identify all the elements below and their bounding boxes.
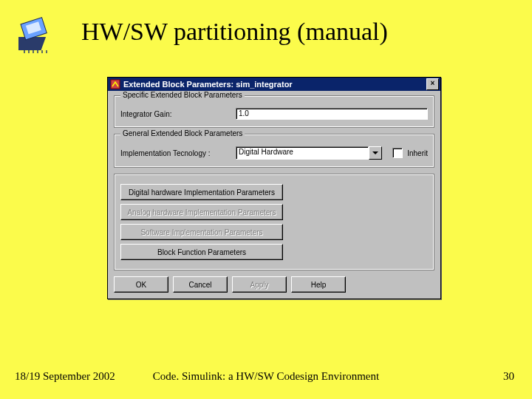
param-buttons-group: Digital hardware Implementation Paramete… bbox=[114, 174, 434, 270]
dropdown-button[interactable] bbox=[369, 146, 382, 160]
titlebar[interactable]: Extended Block Parameters: sim_integrato… bbox=[108, 78, 440, 91]
tech-dropdown[interactable]: Digital Hardware bbox=[236, 146, 382, 160]
svg-rect-0 bbox=[18, 37, 46, 50]
group-general: General Extended Block Parameters Implem… bbox=[114, 134, 434, 168]
group-specific-legend: Specific Extended Block Parameters bbox=[120, 91, 245, 99]
slide: HW/SW partitioning (manual) Extended Blo… bbox=[0, 0, 532, 399]
apply-button: Apply bbox=[232, 276, 287, 293]
dialog-body: Specific Extended Block Parameters Integ… bbox=[108, 91, 440, 299]
titlebar-text: Extended Block Parameters: sim_integrato… bbox=[123, 80, 426, 89]
inherit-label: Inherit bbox=[407, 149, 428, 157]
ok-button[interactable]: OK bbox=[114, 276, 168, 293]
group-specific: Specific Extended Block Parameters Integ… bbox=[114, 95, 434, 128]
inherit-checkbox[interactable] bbox=[392, 148, 403, 158]
dialog-footer-buttons: OK Cancel Apply Help bbox=[114, 276, 434, 293]
app-icon bbox=[110, 79, 120, 89]
footer-title: Code. Simulink: a HW/SW Codesign Environ… bbox=[0, 370, 532, 383]
slide-number: 30 bbox=[503, 370, 514, 383]
gain-input[interactable]: 1.0 bbox=[236, 108, 428, 120]
tech-value[interactable]: Digital Hardware bbox=[236, 146, 369, 160]
logo-chip-icon bbox=[18, 15, 63, 55]
close-button[interactable]: × bbox=[426, 78, 439, 90]
digital-hw-params-button[interactable]: Digital hardware Implementation Paramete… bbox=[120, 184, 283, 200]
help-button[interactable]: Help bbox=[291, 276, 346, 293]
slide-title: HW/SW partitioning (manual) bbox=[81, 18, 388, 46]
cancel-button[interactable]: Cancel bbox=[173, 276, 228, 293]
chevron-down-icon bbox=[372, 151, 378, 154]
close-icon: × bbox=[431, 79, 435, 87]
group-general-legend: General Extended Block Parameters bbox=[120, 129, 245, 137]
software-params-button: Software Implementation Parameters bbox=[120, 224, 283, 240]
block-function-params-button[interactable]: Block Function Parameters bbox=[120, 244, 283, 260]
dialog-window: Extended Block Parameters: sim_integrato… bbox=[107, 77, 441, 299]
tech-label: Implementation Tecnology : bbox=[120, 149, 231, 157]
analog-hw-params-button: Analog hardware Implementation Parameter… bbox=[120, 204, 283, 220]
gain-label: Integrator Gain: bbox=[120, 110, 231, 118]
